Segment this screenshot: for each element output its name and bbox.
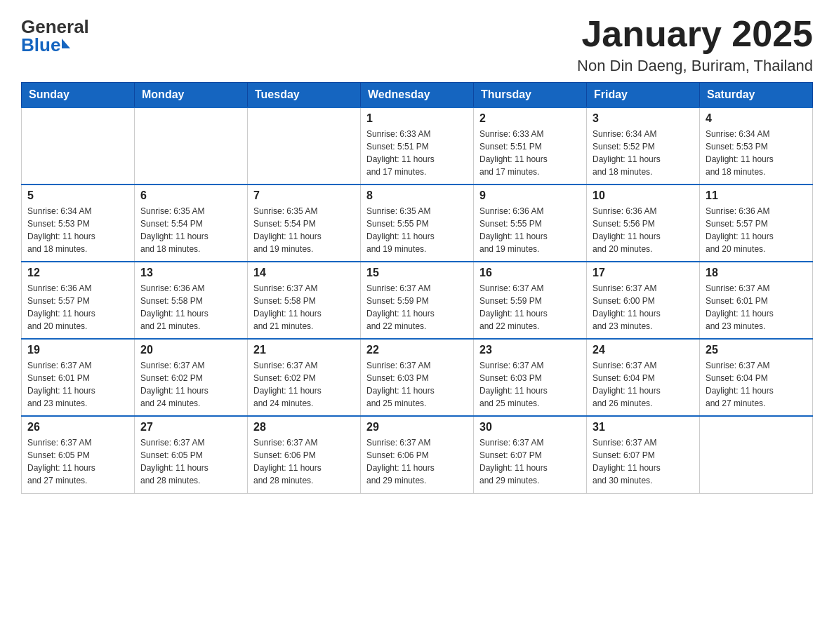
day-info: Sunrise: 6:36 AMSunset: 5:57 PMDaylight:… — [27, 282, 128, 333]
location-subtitle: Non Din Daeng, Buriram, Thailand — [577, 57, 813, 75]
day-info: Sunrise: 6:37 AMSunset: 6:00 PMDaylight:… — [593, 282, 694, 333]
day-cell — [135, 107, 248, 185]
week-row-4: 19Sunrise: 6:37 AMSunset: 6:01 PMDayligh… — [22, 339, 813, 416]
day-number: 30 — [479, 421, 581, 434]
day-info: Sunrise: 6:33 AMSunset: 5:51 PMDaylight:… — [366, 128, 468, 178]
day-number: 19 — [27, 344, 128, 356]
day-cell: 23Sunrise: 6:37 AMSunset: 6:03 PMDayligh… — [474, 339, 587, 416]
day-cell: 5Sunrise: 6:34 AMSunset: 5:53 PMDaylight… — [22, 185, 135, 262]
day-info: Sunrise: 6:37 AMSunset: 6:02 PMDaylight:… — [253, 359, 355, 410]
day-cell: 18Sunrise: 6:37 AMSunset: 6:01 PMDayligh… — [700, 262, 813, 339]
day-number: 28 — [253, 421, 355, 434]
week-row-3: 12Sunrise: 6:36 AMSunset: 5:57 PMDayligh… — [22, 262, 813, 339]
day-number: 7 — [253, 189, 355, 202]
day-cell: 29Sunrise: 6:37 AMSunset: 6:06 PMDayligh… — [361, 416, 474, 493]
day-cell: 4Sunrise: 6:34 AMSunset: 5:53 PMDaylight… — [700, 107, 813, 185]
day-header-thursday: Thursday — [474, 83, 587, 108]
day-number: 21 — [253, 344, 355, 356]
day-info: Sunrise: 6:37 AMSunset: 6:01 PMDaylight:… — [27, 359, 128, 410]
day-number: 2 — [479, 112, 581, 125]
day-cell: 8Sunrise: 6:35 AMSunset: 5:55 PMDaylight… — [361, 185, 474, 262]
day-header-wednesday: Wednesday — [361, 83, 474, 108]
day-cell — [22, 107, 135, 185]
logo-general-text: General — [21, 18, 89, 36]
day-number: 6 — [140, 189, 241, 202]
header: General Blue January 2025 Non Din Daeng,… — [21, 14, 813, 75]
day-number: 29 — [366, 421, 468, 434]
day-cell: 12Sunrise: 6:36 AMSunset: 5:57 PMDayligh… — [22, 262, 135, 339]
title-area: January 2025 Non Din Daeng, Buriram, Tha… — [577, 14, 813, 75]
day-cell: 16Sunrise: 6:37 AMSunset: 5:59 PMDayligh… — [474, 262, 587, 339]
day-number: 4 — [706, 112, 807, 125]
day-number: 20 — [140, 344, 241, 356]
day-number: 15 — [366, 267, 468, 279]
day-number: 23 — [479, 344, 581, 356]
day-cell: 15Sunrise: 6:37 AMSunset: 5:59 PMDayligh… — [361, 262, 474, 339]
day-info: Sunrise: 6:37 AMSunset: 6:02 PMDaylight:… — [140, 359, 241, 410]
day-info: Sunrise: 6:37 AMSunset: 6:03 PMDaylight:… — [479, 359, 581, 410]
day-cell — [700, 416, 813, 493]
day-info: Sunrise: 6:33 AMSunset: 5:51 PMDaylight:… — [479, 128, 581, 178]
day-cell: 19Sunrise: 6:37 AMSunset: 6:01 PMDayligh… — [22, 339, 135, 416]
day-info: Sunrise: 6:35 AMSunset: 5:55 PMDaylight:… — [366, 205, 468, 255]
day-cell: 7Sunrise: 6:35 AMSunset: 5:54 PMDaylight… — [248, 185, 361, 262]
day-cell: 17Sunrise: 6:37 AMSunset: 6:00 PMDayligh… — [587, 262, 700, 339]
day-header-friday: Friday — [587, 83, 700, 108]
day-number: 17 — [593, 267, 694, 279]
day-header-monday: Monday — [135, 83, 248, 108]
day-info: Sunrise: 6:34 AMSunset: 5:52 PMDaylight:… — [593, 128, 694, 178]
day-cell: 6Sunrise: 6:35 AMSunset: 5:54 PMDaylight… — [135, 185, 248, 262]
day-number: 3 — [593, 112, 694, 125]
days-of-week-row: SundayMondayTuesdayWednesdayThursdayFrid… — [22, 83, 813, 108]
day-number: 12 — [27, 267, 128, 279]
day-info: Sunrise: 6:36 AMSunset: 5:58 PMDaylight:… — [140, 282, 241, 333]
day-info: Sunrise: 6:36 AMSunset: 5:57 PMDaylight:… — [706, 205, 807, 255]
day-info: Sunrise: 6:37 AMSunset: 6:03 PMDaylight:… — [366, 359, 468, 410]
day-info: Sunrise: 6:37 AMSunset: 5:59 PMDaylight:… — [366, 282, 468, 333]
day-cell: 13Sunrise: 6:36 AMSunset: 5:58 PMDayligh… — [135, 262, 248, 339]
day-number: 1 — [366, 112, 468, 125]
day-cell: 21Sunrise: 6:37 AMSunset: 6:02 PMDayligh… — [248, 339, 361, 416]
day-cell: 31Sunrise: 6:37 AMSunset: 6:07 PMDayligh… — [587, 416, 700, 493]
day-cell: 9Sunrise: 6:36 AMSunset: 5:55 PMDaylight… — [474, 185, 587, 262]
logo: General Blue — [21, 14, 89, 54]
day-cell: 20Sunrise: 6:37 AMSunset: 6:02 PMDayligh… — [135, 339, 248, 416]
day-number: 31 — [593, 421, 694, 434]
day-cell: 27Sunrise: 6:37 AMSunset: 6:05 PMDayligh… — [135, 416, 248, 493]
day-cell: 25Sunrise: 6:37 AMSunset: 6:04 PMDayligh… — [700, 339, 813, 416]
day-number: 27 — [140, 421, 241, 434]
day-header-tuesday: Tuesday — [248, 83, 361, 108]
day-info: Sunrise: 6:37 AMSunset: 6:05 PMDaylight:… — [140, 436, 241, 487]
day-info: Sunrise: 6:37 AMSunset: 6:07 PMDaylight:… — [479, 436, 581, 487]
day-cell: 2Sunrise: 6:33 AMSunset: 5:51 PMDaylight… — [474, 107, 587, 185]
day-header-sunday: Sunday — [22, 83, 135, 108]
day-cell: 24Sunrise: 6:37 AMSunset: 6:04 PMDayligh… — [587, 339, 700, 416]
calendar-table: SundayMondayTuesdayWednesdayThursdayFrid… — [21, 82, 813, 494]
day-info: Sunrise: 6:37 AMSunset: 6:07 PMDaylight:… — [593, 436, 694, 487]
day-number: 11 — [706, 189, 807, 202]
day-cell: 1Sunrise: 6:33 AMSunset: 5:51 PMDaylight… — [361, 107, 474, 185]
day-cell: 11Sunrise: 6:36 AMSunset: 5:57 PMDayligh… — [700, 185, 813, 262]
week-row-5: 26Sunrise: 6:37 AMSunset: 6:05 PMDayligh… — [22, 416, 813, 493]
day-cell: 26Sunrise: 6:37 AMSunset: 6:05 PMDayligh… — [22, 416, 135, 493]
day-number: 24 — [593, 344, 694, 356]
day-number: 8 — [366, 189, 468, 202]
day-info: Sunrise: 6:35 AMSunset: 5:54 PMDaylight:… — [253, 205, 355, 255]
day-info: Sunrise: 6:36 AMSunset: 5:56 PMDaylight:… — [593, 205, 694, 255]
day-info: Sunrise: 6:34 AMSunset: 5:53 PMDaylight:… — [706, 128, 807, 178]
day-number: 26 — [27, 421, 128, 434]
day-info: Sunrise: 6:37 AMSunset: 6:05 PMDaylight:… — [27, 436, 128, 487]
day-number: 5 — [27, 189, 128, 202]
day-info: Sunrise: 6:34 AMSunset: 5:53 PMDaylight:… — [27, 205, 128, 255]
day-header-saturday: Saturday — [700, 83, 813, 108]
day-info: Sunrise: 6:37 AMSunset: 6:06 PMDaylight:… — [253, 436, 355, 487]
day-info: Sunrise: 6:36 AMSunset: 5:55 PMDaylight:… — [479, 205, 581, 255]
day-number: 25 — [706, 344, 807, 356]
day-info: Sunrise: 6:37 AMSunset: 6:04 PMDaylight:… — [706, 359, 807, 410]
day-cell: 30Sunrise: 6:37 AMSunset: 6:07 PMDayligh… — [474, 416, 587, 493]
day-number: 16 — [479, 267, 581, 279]
day-info: Sunrise: 6:35 AMSunset: 5:54 PMDaylight:… — [140, 205, 241, 255]
day-cell: 22Sunrise: 6:37 AMSunset: 6:03 PMDayligh… — [361, 339, 474, 416]
day-info: Sunrise: 6:37 AMSunset: 6:04 PMDaylight:… — [593, 359, 694, 410]
day-cell: 14Sunrise: 6:37 AMSunset: 5:58 PMDayligh… — [248, 262, 361, 339]
